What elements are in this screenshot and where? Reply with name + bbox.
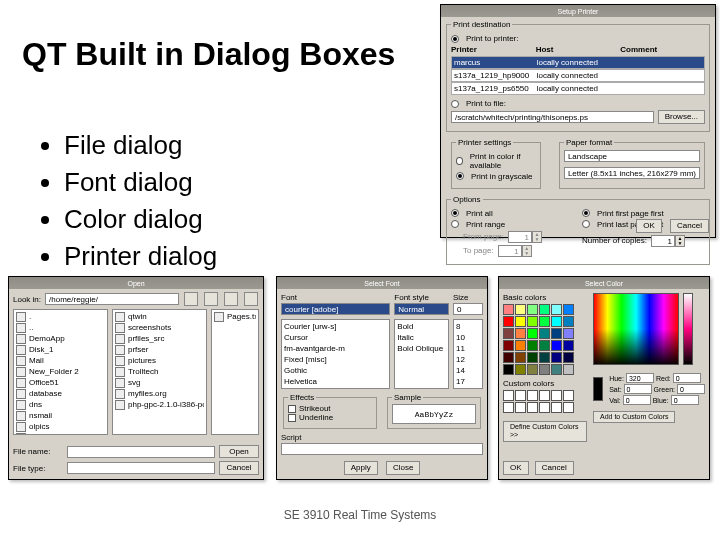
list-item[interactable]: fm-avantgarde-m [284, 343, 387, 354]
radio-print-to-printer[interactable] [451, 35, 459, 43]
list-item[interactable]: Terminal [dec] [284, 387, 387, 389]
font-selected[interactable]: courier [adobe] [281, 303, 390, 315]
radio-first-page-first[interactable] [582, 209, 590, 217]
color-swatch[interactable] [563, 340, 574, 351]
file-item[interactable]: prfiles_src [115, 333, 204, 344]
color-swatch[interactable] [563, 390, 574, 401]
color-swatch[interactable] [503, 304, 514, 315]
color-swatch[interactable] [551, 328, 562, 339]
color-swatch[interactable] [539, 316, 550, 327]
list-item[interactable]: Bold [397, 321, 446, 332]
green-input[interactable]: 0 [677, 384, 705, 394]
radio-color[interactable] [456, 157, 463, 165]
val-input[interactable]: 0 [623, 395, 651, 405]
list-item[interactable]: 17 [456, 376, 480, 387]
printer-row[interactable]: s137a_1219_hp9000locally connected [451, 69, 705, 82]
color-swatch[interactable] [515, 364, 526, 375]
list-item[interactable]: Gothic [284, 365, 387, 376]
close-button[interactable]: Close [386, 461, 420, 475]
printer-row[interactable]: marcuslocally connected [451, 56, 705, 69]
underline-checkbox[interactable] [288, 414, 296, 422]
color-swatch[interactable] [503, 364, 514, 375]
color-swatch[interactable] [503, 340, 514, 351]
radio-print-to-file[interactable] [451, 100, 459, 108]
color-swatch[interactable] [563, 352, 574, 363]
style-list[interactable]: BoldItalicBold Oblique [394, 319, 449, 389]
file-item[interactable]: Office51 [16, 377, 105, 388]
color-swatch[interactable] [515, 328, 526, 339]
color-swatch[interactable] [503, 402, 514, 413]
color-swatch[interactable] [563, 304, 574, 315]
color-swatch[interactable] [551, 352, 562, 363]
color-swatch[interactable] [539, 304, 550, 315]
color-swatch[interactable] [503, 328, 514, 339]
custom-colors-grid[interactable] [503, 390, 587, 413]
strikeout-checkbox[interactable] [288, 405, 296, 413]
file-item[interactable]: Pages.txt [214, 311, 256, 322]
color-swatch[interactable] [563, 402, 574, 413]
color-swatch[interactable] [527, 352, 538, 363]
filename-input[interactable] [67, 446, 215, 458]
print-file-path[interactable]: /scratch/whitech/printing/thisoneps.ps [451, 111, 654, 123]
file-item[interactable]: Shell [16, 432, 105, 435]
color-gradient[interactable] [593, 293, 679, 365]
list-item[interactable]: Courier [urw-s] [284, 321, 387, 332]
color-swatch[interactable] [563, 364, 574, 375]
hue-input[interactable]: 320 [626, 373, 654, 383]
list-item[interactable]: 11 [456, 343, 480, 354]
list-item[interactable]: 8 [456, 321, 480, 332]
file-item[interactable]: svg [115, 377, 204, 388]
radio-print-all[interactable] [451, 209, 459, 217]
printer-row[interactable]: s137a_1219_ps6550locally connected [451, 82, 705, 95]
color-swatch[interactable] [551, 364, 562, 375]
orientation-select[interactable]: Landscape [564, 150, 700, 162]
file-item[interactable]: pictures [115, 355, 204, 366]
file-item[interactable]: database [16, 388, 105, 399]
color-ok-button[interactable]: OK [503, 461, 529, 475]
apply-button[interactable]: Apply [344, 461, 378, 475]
new-folder-button[interactable] [204, 292, 218, 306]
font-list[interactable]: Courier [urw-s]Cursorfm-avantgarde-mFixe… [281, 319, 390, 389]
list-item[interactable]: Bold Oblique [397, 343, 446, 354]
file-item[interactable]: qtwin [115, 311, 204, 322]
color-swatch[interactable] [551, 304, 562, 315]
luminance-slider[interactable] [683, 293, 693, 365]
color-swatch[interactable] [515, 316, 526, 327]
list-view-button[interactable] [224, 292, 238, 306]
color-swatch[interactable] [551, 390, 562, 401]
color-swatch[interactable] [551, 316, 562, 327]
sat-input[interactable]: 0 [624, 384, 652, 394]
color-swatch[interactable] [551, 402, 562, 413]
style-selected[interactable]: Normal [394, 303, 449, 315]
file-item[interactable]: . [16, 311, 105, 322]
red-input[interactable]: 0 [673, 373, 701, 383]
file-item[interactable]: myfiles.org [115, 388, 204, 399]
color-swatch[interactable] [527, 340, 538, 351]
script-select[interactable] [281, 443, 483, 455]
list-item[interactable]: Italic [397, 332, 446, 343]
color-swatch[interactable] [515, 304, 526, 315]
color-swatch[interactable] [515, 402, 526, 413]
file-item[interactable]: New_Folder 2 [16, 366, 105, 377]
list-item[interactable]: Fixed [misc] [284, 354, 387, 365]
file-list-col2[interactable]: qtwinscreenshotsprfiles_srcprfserpicture… [112, 309, 207, 435]
browse-button[interactable]: Browse... [658, 110, 705, 124]
color-swatch[interactable] [539, 352, 550, 363]
color-swatch[interactable] [515, 352, 526, 363]
file-item[interactable]: prfser [115, 344, 204, 355]
add-custom-button[interactable]: Add to Custom Colors [593, 411, 675, 423]
file-item[interactable]: .. [16, 322, 105, 333]
list-item[interactable]: Helvetica [284, 376, 387, 387]
color-swatch[interactable] [539, 390, 550, 401]
radio-last-page-first[interactable] [582, 220, 590, 228]
file-item[interactable]: Trolltech [115, 366, 204, 377]
file-item[interactable]: php-gpc-2.1.0-i386-pc-solar02.EXE [115, 399, 204, 410]
detail-view-button[interactable] [244, 292, 258, 306]
file-list-col1[interactable]: ...DemoAppDisk_1MailNew_Folder 2Office51… [13, 309, 108, 435]
color-swatch[interactable] [539, 328, 550, 339]
color-swatch[interactable] [527, 328, 538, 339]
color-swatch[interactable] [503, 352, 514, 363]
color-swatch[interactable] [527, 390, 538, 401]
lookin-select[interactable]: /home/reggie/ [45, 293, 179, 305]
filetype-select[interactable] [67, 462, 215, 474]
